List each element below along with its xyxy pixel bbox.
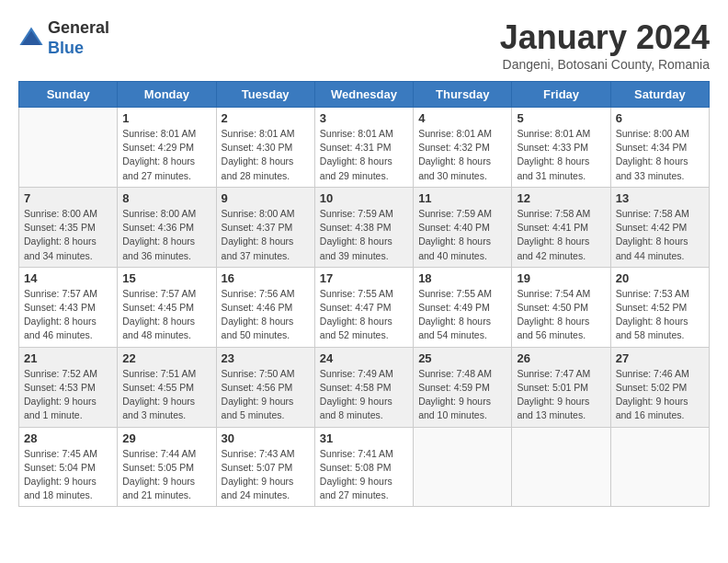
logo: General Blue [18, 18, 109, 58]
logo-blue: Blue [48, 39, 109, 59]
calendar-cell: 1Sunrise: 8:01 AM Sunset: 4:29 PM Daylig… [118, 108, 216, 188]
day-number: 21 [24, 351, 112, 365]
day-number: 4 [418, 111, 506, 125]
day-info: Sunrise: 7:55 AM Sunset: 4:47 PM Dayligh… [320, 287, 408, 343]
day-info: Sunrise: 8:00 AM Sunset: 4:35 PM Dayligh… [24, 207, 112, 263]
day-info: Sunrise: 7:43 AM Sunset: 5:07 PM Dayligh… [222, 447, 310, 503]
calendar-cell: 28Sunrise: 7:45 AM Sunset: 5:04 PM Dayli… [19, 427, 118, 507]
day-number: 1 [122, 111, 210, 125]
day-info: Sunrise: 7:51 AM Sunset: 4:55 PM Dayligh… [122, 367, 210, 423]
day-info: Sunrise: 7:57 AM Sunset: 4:45 PM Dayligh… [122, 287, 210, 343]
calendar-cell: 7Sunrise: 8:00 AM Sunset: 4:35 PM Daylig… [19, 187, 118, 267]
title-section: January 2024 Dangeni, Botosani County, R… [500, 18, 710, 72]
day-number: 2 [222, 111, 310, 125]
calendar-cell: 18Sunrise: 7:55 AM Sunset: 4:49 PM Dayli… [414, 267, 512, 347]
calendar-cell: 26Sunrise: 7:47 AM Sunset: 5:01 PM Dayli… [512, 347, 610, 427]
day-info: Sunrise: 8:00 AM Sunset: 4:34 PM Dayligh… [616, 127, 704, 183]
day-info: Sunrise: 7:46 AM Sunset: 5:02 PM Dayligh… [616, 367, 704, 423]
weekday-header-tuesday: Tuesday [216, 82, 314, 108]
calendar-cell: 30Sunrise: 7:43 AM Sunset: 5:07 PM Dayli… [216, 427, 314, 507]
calendar-cell: 2Sunrise: 8:01 AM Sunset: 4:30 PM Daylig… [216, 108, 314, 188]
day-number: 11 [418, 191, 506, 205]
day-number: 29 [122, 431, 210, 445]
day-info: Sunrise: 7:55 AM Sunset: 4:49 PM Dayligh… [418, 287, 506, 343]
day-info: Sunrise: 7:58 AM Sunset: 4:41 PM Dayligh… [517, 207, 605, 263]
calendar-week-2: 7Sunrise: 8:00 AM Sunset: 4:35 PM Daylig… [19, 187, 710, 267]
day-number: 5 [517, 111, 605, 125]
day-number: 20 [616, 271, 704, 285]
day-number: 19 [517, 271, 605, 285]
day-number: 14 [24, 271, 112, 285]
day-info: Sunrise: 7:58 AM Sunset: 4:42 PM Dayligh… [616, 207, 704, 263]
calendar-cell [512, 427, 610, 507]
calendar-cell: 8Sunrise: 8:00 AM Sunset: 4:36 PM Daylig… [118, 187, 216, 267]
day-info: Sunrise: 7:59 AM Sunset: 4:38 PM Dayligh… [320, 207, 408, 263]
day-number: 10 [320, 191, 408, 205]
day-info: Sunrise: 7:41 AM Sunset: 5:08 PM Dayligh… [320, 447, 408, 503]
calendar-cell: 29Sunrise: 7:44 AM Sunset: 5:05 PM Dayli… [118, 427, 216, 507]
calendar-cell: 12Sunrise: 7:58 AM Sunset: 4:41 PM Dayli… [512, 187, 610, 267]
calendar-cell [610, 427, 709, 507]
day-number: 16 [222, 271, 310, 285]
calendar-cell: 11Sunrise: 7:59 AM Sunset: 4:40 PM Dayli… [414, 187, 512, 267]
day-info: Sunrise: 7:53 AM Sunset: 4:52 PM Dayligh… [616, 287, 704, 343]
calendar-cell: 25Sunrise: 7:48 AM Sunset: 4:59 PM Dayli… [414, 347, 512, 427]
day-info: Sunrise: 8:00 AM Sunset: 4:36 PM Dayligh… [122, 207, 210, 263]
calendar-cell: 13Sunrise: 7:58 AM Sunset: 4:42 PM Dayli… [610, 187, 709, 267]
day-info: Sunrise: 8:01 AM Sunset: 4:31 PM Dayligh… [320, 127, 408, 183]
day-info: Sunrise: 7:47 AM Sunset: 5:01 PM Dayligh… [517, 367, 605, 423]
weekday-header-sunday: Sunday [19, 82, 118, 108]
calendar-cell: 31Sunrise: 7:41 AM Sunset: 5:08 PM Dayli… [314, 427, 413, 507]
day-info: Sunrise: 7:45 AM Sunset: 5:04 PM Dayligh… [24, 447, 112, 503]
calendar-cell: 15Sunrise: 7:57 AM Sunset: 4:45 PM Dayli… [118, 267, 216, 347]
weekday-header-friday: Friday [512, 82, 610, 108]
calendar-cell: 6Sunrise: 8:00 AM Sunset: 4:34 PM Daylig… [610, 108, 709, 188]
day-info: Sunrise: 8:01 AM Sunset: 4:33 PM Dayligh… [517, 127, 605, 183]
location: Dangeni, Botosani County, Romania [500, 57, 710, 72]
calendar-cell: 17Sunrise: 7:55 AM Sunset: 4:47 PM Dayli… [314, 267, 413, 347]
calendar-cell: 16Sunrise: 7:56 AM Sunset: 4:46 PM Dayli… [216, 267, 314, 347]
calendar: SundayMondayTuesdayWednesdayThursdayFrid… [18, 81, 710, 507]
calendar-cell: 4Sunrise: 8:01 AM Sunset: 4:32 PM Daylig… [414, 108, 512, 188]
logo-text: General Blue [48, 18, 109, 58]
day-number: 22 [122, 351, 210, 365]
day-number: 17 [320, 271, 408, 285]
weekday-header-thursday: Thursday [414, 82, 512, 108]
day-info: Sunrise: 7:56 AM Sunset: 4:46 PM Dayligh… [222, 287, 310, 343]
day-number: 26 [517, 351, 605, 365]
day-info: Sunrise: 7:57 AM Sunset: 4:43 PM Dayligh… [24, 287, 112, 343]
day-number: 9 [222, 191, 310, 205]
day-number: 27 [616, 351, 704, 365]
calendar-cell: 20Sunrise: 7:53 AM Sunset: 4:52 PM Dayli… [610, 267, 709, 347]
day-number: 15 [122, 271, 210, 285]
calendar-week-4: 21Sunrise: 7:52 AM Sunset: 4:53 PM Dayli… [19, 347, 710, 427]
day-info: Sunrise: 7:52 AM Sunset: 4:53 PM Dayligh… [24, 367, 112, 423]
calendar-week-3: 14Sunrise: 7:57 AM Sunset: 4:43 PM Dayli… [19, 267, 710, 347]
logo-general: General [48, 18, 109, 39]
day-info: Sunrise: 8:01 AM Sunset: 4:30 PM Dayligh… [222, 127, 310, 183]
day-info: Sunrise: 7:49 AM Sunset: 4:58 PM Dayligh… [320, 367, 408, 423]
calendar-cell: 27Sunrise: 7:46 AM Sunset: 5:02 PM Dayli… [610, 347, 709, 427]
day-number: 6 [616, 111, 704, 125]
day-info: Sunrise: 7:50 AM Sunset: 4:56 PM Dayligh… [222, 367, 310, 423]
day-info: Sunrise: 8:00 AM Sunset: 4:37 PM Dayligh… [222, 207, 310, 263]
day-number: 30 [222, 431, 310, 445]
calendar-cell: 21Sunrise: 7:52 AM Sunset: 4:53 PM Dayli… [19, 347, 118, 427]
day-number: 23 [222, 351, 310, 365]
day-number: 28 [24, 431, 112, 445]
calendar-week-1: 1Sunrise: 8:01 AM Sunset: 4:29 PM Daylig… [19, 108, 710, 188]
calendar-cell: 22Sunrise: 7:51 AM Sunset: 4:55 PM Dayli… [118, 347, 216, 427]
weekday-header-monday: Monday [118, 82, 216, 108]
calendar-cell [414, 427, 512, 507]
day-number: 7 [24, 191, 112, 205]
calendar-cell: 5Sunrise: 8:01 AM Sunset: 4:33 PM Daylig… [512, 108, 610, 188]
calendar-week-5: 28Sunrise: 7:45 AM Sunset: 5:04 PM Dayli… [19, 427, 710, 507]
weekday-header-wednesday: Wednesday [314, 82, 413, 108]
calendar-cell: 24Sunrise: 7:49 AM Sunset: 4:58 PM Dayli… [314, 347, 413, 427]
day-info: Sunrise: 8:01 AM Sunset: 4:32 PM Dayligh… [418, 127, 506, 183]
calendar-cell: 14Sunrise: 7:57 AM Sunset: 4:43 PM Dayli… [19, 267, 118, 347]
weekday-header-saturday: Saturday [610, 82, 709, 108]
page-header: General Blue January 2024 Dangeni, Botos… [18, 18, 710, 72]
day-info: Sunrise: 7:48 AM Sunset: 4:59 PM Dayligh… [418, 367, 506, 423]
day-number: 25 [418, 351, 506, 365]
